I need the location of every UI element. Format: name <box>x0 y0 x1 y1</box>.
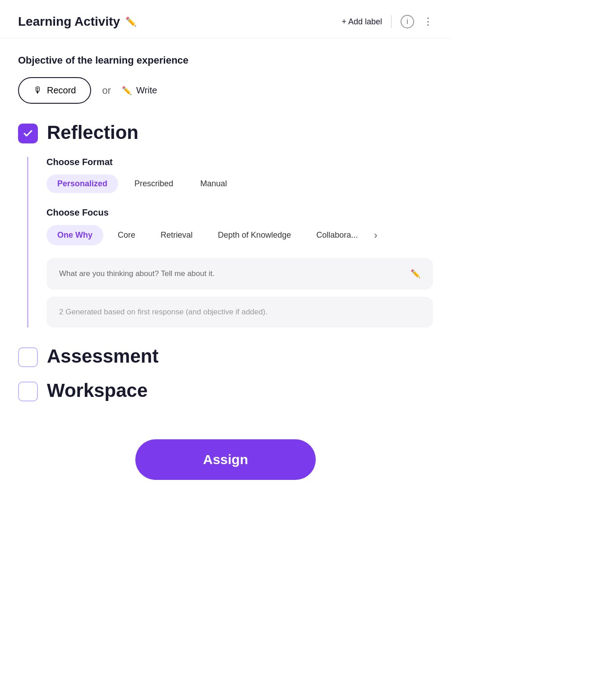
main-content: Objective of the learning experience 🎙 R… <box>0 38 451 430</box>
focus-one-why[interactable]: One Why <box>46 225 103 245</box>
workspace-checkbox[interactable] <box>18 382 38 401</box>
choose-focus-label: Choose Focus <box>46 207 433 218</box>
focus-retrieval[interactable]: Retrieval <box>150 225 203 245</box>
focus-collabora[interactable]: Collabora... <box>305 225 369 245</box>
prompt-box: What are you thinking about? Tell me abo… <box>46 258 433 290</box>
objective-section: Objective of the learning experience 🎙 R… <box>18 55 433 104</box>
assessment-item: Assessment <box>18 345 433 367</box>
generated-text: 2 Generated based on first response (and… <box>59 308 267 316</box>
mic-icon: 🎙 <box>33 85 42 96</box>
reflection-checkbox[interactable] <box>18 124 38 143</box>
header-left: Learning Activity ✏️ <box>18 14 137 29</box>
format-manual[interactable]: Manual <box>189 175 238 193</box>
pencil-icon: ✏️ <box>122 86 132 96</box>
or-separator: or <box>102 85 111 97</box>
focus-pills: One Why Core Retrieval Depth of Knowledg… <box>46 225 433 245</box>
workspace-title: Workspace <box>47 380 148 401</box>
write-label: Write <box>136 85 157 96</box>
focus-scroll-right-icon[interactable]: › <box>374 230 377 241</box>
choose-format-label: Choose Format <box>46 157 433 167</box>
reflection-title: Reflection <box>47 122 138 143</box>
record-button[interactable]: 🎙 Record <box>18 77 91 104</box>
format-prescribed[interactable]: Prescribed <box>124 175 184 193</box>
format-personalized[interactable]: Personalized <box>46 175 118 193</box>
objective-title: Objective of the learning experience <box>18 55 433 66</box>
reflection-header: Reflection <box>18 122 433 143</box>
bottom-sections: Assessment Workspace <box>18 345 433 401</box>
edit-title-icon[interactable]: ✏️ <box>125 16 137 27</box>
more-options-icon[interactable]: ⋮ <box>423 16 433 28</box>
assessment-checkbox[interactable] <box>18 347 38 367</box>
page-title: Learning Activity <box>18 14 120 29</box>
focus-depth-of-knowledge[interactable]: Depth of Knowledge <box>207 225 302 245</box>
prompt-placeholder-text: What are you thinking about? Tell me abo… <box>59 269 215 278</box>
focus-core[interactable]: Core <box>107 225 146 245</box>
add-label-button[interactable]: + Add label <box>341 17 382 27</box>
assessment-title: Assessment <box>47 345 158 367</box>
assign-button[interactable]: Assign <box>135 439 316 480</box>
reflection-body: Choose Format Personalized Prescribed Ma… <box>27 157 433 327</box>
header: Learning Activity ✏️ + Add label i ⋮ <box>0 0 451 38</box>
reflection-section: Reflection Choose Format Personalized Pr… <box>18 122 433 327</box>
workspace-item: Workspace <box>18 380 433 401</box>
write-button[interactable]: ✏️ Write <box>122 85 157 96</box>
info-icon[interactable]: i <box>401 15 414 28</box>
format-pills: Personalized Prescribed Manual <box>46 175 433 193</box>
header-divider <box>391 15 392 28</box>
objective-actions: 🎙 Record or ✏️ Write <box>18 77 433 104</box>
prompt-edit-icon[interactable]: ✏️ <box>410 269 420 279</box>
assign-area: Assign <box>0 430 451 498</box>
generated-box: 2 Generated based on first response (and… <box>46 297 433 327</box>
header-right: + Add label i ⋮ <box>341 15 433 28</box>
record-label: Record <box>47 85 76 96</box>
